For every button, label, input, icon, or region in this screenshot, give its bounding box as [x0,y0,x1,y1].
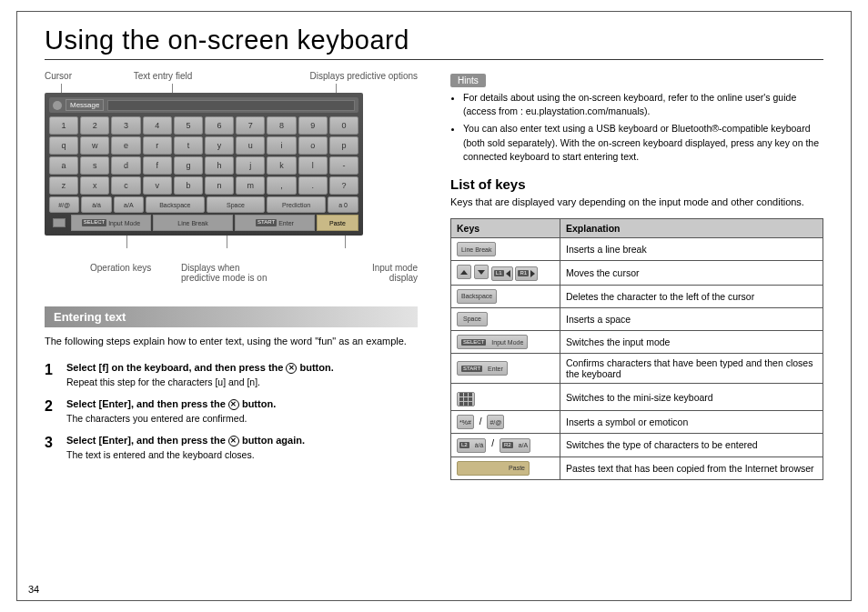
op-accent: à/á [81,196,111,213]
key: y [205,136,234,155]
step-number: 2 [45,398,57,424]
step-heading: Select [Enter], and then press the ✕ but… [66,435,305,446]
status-input-mode: SELECT Input Mode [71,215,151,231]
key: d [111,156,140,175]
key-chip-symbol-b: #/@ [487,415,504,429]
table-row: Paste Pastes text that has been copied f… [451,456,823,479]
key: 7 [236,116,265,135]
callout-operation-keys: Operation keys [45,263,181,283]
list-of-keys-heading: List of keys [450,176,823,192]
key: o [298,136,328,155]
page-number: 34 [28,584,39,595]
exp: Switches to the mini-size keyboard [560,384,823,411]
key: f [143,156,172,175]
table-row: *%# / #/@ Inserts a symbol or emoticon [451,411,823,434]
key: g [174,156,203,175]
step-sub: The text is entered and the keyboard clo… [66,449,305,460]
exp: Inserts a line break [560,238,823,261]
callout-input-mode-display: Input mode display [299,263,418,283]
exp: Inserts a symbol or emoticon [560,411,823,434]
key: s [80,156,109,175]
table-row: START Enter Confirms characters that hav… [451,354,823,384]
arrow-right-icon: R1 [515,266,538,281]
key-chip-symbol-a: *%# [457,415,474,429]
key: r [143,136,172,155]
exp: Pastes text that has been copied from th… [560,456,823,479]
x-button-icon: ✕ [228,436,239,446]
page-frame: Using the on-screen keyboard Cursor Text… [16,11,852,601]
op-case: a/A [114,196,144,213]
callout-predictive-mode: Displays when predictive mode is on [181,263,299,283]
key: v [143,176,172,195]
callout-cursor: Cursor [45,71,99,81]
key: 3 [111,116,140,135]
step-2: 2 Select [Enter], and then press the ✕ b… [45,398,418,424]
op-prediction: Prediction [267,196,326,213]
key: e [111,136,140,155]
th-explanation: Explanation [560,219,823,238]
key-chip-chartype-a: L2 à/á [457,438,486,453]
key-chip-space: Space [457,312,488,326]
mini-keyboard-icon [457,392,475,406]
key: n [205,176,234,195]
message-bar: Message [49,97,358,113]
step-3: 3 Select [Enter], and then press the ✕ b… [45,435,418,460]
arrow-up-icon [457,265,471,279]
key: l [298,156,328,175]
hint-item: You can also enter text using a USB keyb… [463,122,823,164]
key: b [174,176,203,195]
key: u [236,136,265,155]
callout-lines-bot [45,236,418,248]
x-button-icon: ✕ [286,363,297,374]
key: 2 [80,116,109,135]
key: z [49,176,78,195]
text-entry-field [107,100,355,111]
key: c [111,176,140,195]
step-sub: The characters you entered are confirmed… [66,413,276,424]
table-row: Line Break Inserts a line break [451,238,823,261]
x-button-icon: ✕ [228,399,239,410]
op-backspace: Backspace [146,196,205,213]
key: 8 [267,116,296,135]
arrow-left-icon: L1 [491,266,513,281]
operation-row: #/@ à/á a/A Backspace Space Prediction a… [49,196,358,213]
key-chip-backspace: Backspace [457,289,497,304]
message-label: Message [66,99,104,111]
mini-keyboard-icon [49,215,69,231]
key: t [174,136,203,155]
status-paste: Paste [317,215,358,231]
hint-item: For details about using the on-screen ke… [463,91,823,118]
step-heading: Select [Enter], and then press the ✕ but… [66,398,276,410]
exp: Switches the input mode [560,330,823,354]
key: 1 [49,116,78,135]
page-title: Using the on-screen keyboard [45,25,823,55]
callout-text-entry: Text entry field [99,71,227,81]
key-chip-input-mode: SELECT Input Mode [457,335,528,349]
diagram-callouts-top: Cursor Text entry field Displays predict… [45,71,418,81]
op-symbol: #/@ [49,196,79,213]
status-enter: START Enter [235,215,315,231]
op-mode-indicator: a 0 [328,196,358,213]
left-column: Cursor Text entry field Displays predict… [45,71,418,480]
table-row: L1 R1 Moves the cursor [451,261,823,285]
status-line-break: Line Break [153,215,233,231]
exp: Confirms characters that have been typed… [560,354,823,384]
keyboard-diagram: Message 1 2 3 4 5 6 7 8 9 0 q w [45,93,363,236]
key: ? [329,176,358,195]
key: j [236,156,265,175]
section-entering-text: Entering text [45,306,418,327]
th-keys: Keys [451,219,560,238]
table-row: SELECT Input Mode Switches the input mod… [451,330,823,354]
table-row: L2 à/á / R2 a/A Switches the type of cha… [451,434,823,457]
arrow-down-icon [474,265,489,279]
key-row-1: 1 2 3 4 5 6 7 8 9 0 [49,116,358,135]
table-row: Backspace Deletes the character to the l… [451,285,823,307]
op-space: Space [207,196,266,213]
table-row: Space Inserts a space [451,307,823,330]
key-chip-enter: START Enter [457,361,508,376]
status-row: SELECT Input Mode Line Break START Enter… [49,215,358,231]
right-column: Hints For details about using the on-scr… [450,71,823,480]
key: . [298,176,328,195]
title-rule [45,59,823,60]
key: p [329,136,358,155]
